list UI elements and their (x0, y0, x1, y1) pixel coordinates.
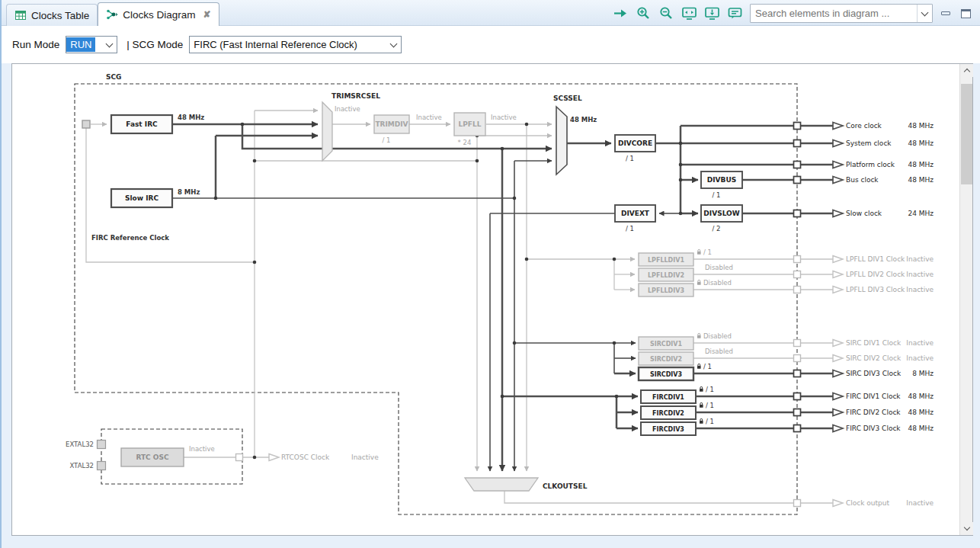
region-label-scg: SCG (106, 73, 121, 81)
chevron-down-icon (102, 37, 117, 53)
clock-output-label: FIRC DIV3 Clock (846, 425, 901, 432)
clock-output-label: SIRC DIV3 Clock (846, 370, 902, 377)
annotation: Inactive (335, 105, 360, 113)
maximize-view-icon[interactable] (959, 8, 972, 19)
show-labels-icon[interactable] (727, 6, 743, 21)
diagram-toolbar (613, 3, 972, 24)
block-label: SIRCDIV2 (650, 356, 682, 363)
mux-scssel[interactable]: SCSSEL (553, 95, 582, 175)
clock-output-lpfll-div2-clock[interactable]: LPFLL DIV2 ClockInactive (833, 271, 934, 278)
block-lpflldiv1[interactable]: LPFLLDIV1 (639, 253, 693, 266)
annotation: / 1 (703, 248, 712, 256)
clock-output-lpfll-div3-clock[interactable]: LPFLL DIV3 ClockInactive (833, 286, 934, 293)
block-fast-irc[interactable]: Fast IRC (111, 115, 172, 133)
clock-output-value: 48 MHz (908, 139, 934, 147)
annotation: / 1 (703, 363, 712, 370)
clock-output-label: SIRC DIV2 Clock (846, 354, 902, 362)
annotation: Disabled (703, 332, 732, 340)
clock-output-label: LPFLL DIV3 Clock (846, 286, 905, 293)
clock-output-sirc-div2-clock[interactable]: SIRC DIV2 ClockInactive (833, 354, 934, 362)
block-divcore[interactable]: DIVCORE/ 1 (615, 135, 655, 162)
clock-output-firc-div3-clock[interactable]: FIRC DIV3 Clock48 MHz (833, 425, 934, 432)
zoom-in-icon[interactable] (636, 6, 652, 21)
junction-dot (513, 197, 517, 200)
mux-clkoutsel[interactable]: CLKOUTSEL (465, 478, 588, 491)
clock-output-system-clock[interactable]: System clock48 MHz (833, 139, 934, 147)
block-label: FIRCDIV1 (652, 394, 684, 401)
table-icon (14, 9, 27, 21)
annotation: / 1 (706, 402, 714, 409)
clock-output-value: Inactive (906, 354, 934, 362)
zoom-out-icon[interactable] (658, 6, 674, 21)
block-divbus[interactable]: DIVBUS/ 1 (701, 171, 742, 199)
fit-to-window-icon[interactable] (681, 6, 697, 21)
junction-dot (253, 261, 257, 264)
scrollbar-thumb[interactable] (961, 84, 972, 184)
scg-mode-select[interactable]: FIRC (Fast Internal Reference Clock) (189, 36, 402, 53)
clock-output-bus-clock[interactable]: Bus clock48 MHz (833, 176, 934, 184)
block-divslow[interactable]: DIVSLOW/ 2 (701, 205, 742, 232)
annotation: Disabled (705, 348, 733, 355)
scroll-up-icon[interactable] (960, 64, 973, 77)
annotation: Inactive (416, 114, 442, 121)
block-rtc-osc[interactable]: RTC OSC (121, 448, 184, 466)
close-tab-icon[interactable]: ✘ (203, 9, 211, 20)
scroll-down-icon[interactable] (960, 522, 973, 535)
clock-output-sirc-div1-clock[interactable]: SIRC DIV1 ClockInactive (833, 339, 934, 347)
pin-xtal32[interactable]: XTAL32 (69, 462, 105, 470)
clock-output-firc-div1-clock[interactable]: FIRC DIV1 Clock48 MHz (833, 393, 934, 400)
annotation: FIRC Reference Clock (91, 234, 169, 242)
clocks-diagram-canvas[interactable]: SCGFast IRCSlow IRCTRIMDIV/ 1LPFLL* 24DI… (12, 64, 959, 535)
junction-dot (253, 159, 257, 163)
mux-trimsrcsel[interactable]: TRIMSRCSEL (322, 92, 380, 161)
block-sircdiv1[interactable]: SIRCDIV1 (639, 337, 693, 350)
chevron-down-icon (386, 37, 401, 53)
minimize-view-icon[interactable] (940, 8, 953, 19)
boundary-pad (794, 177, 801, 184)
block-label: DIVBUS (707, 176, 736, 184)
search-dropdown-icon[interactable] (917, 5, 932, 22)
block-fircdiv1[interactable]: FIRCDIV1 (641, 390, 696, 403)
block-label: DIVCORE (618, 139, 652, 147)
boundary-pad (794, 340, 801, 347)
clock-output-label: System clock (846, 139, 892, 147)
clock-output-value: 48 MHz (908, 409, 934, 416)
block-fircdiv3[interactable]: FIRCDIV3 (641, 422, 696, 435)
go-into-icon[interactable] (613, 6, 629, 21)
clock-output-slow-clock[interactable]: Slow clock24 MHz (833, 210, 934, 217)
clock-output-sirc-div3-clock[interactable]: SIRC DIV3 Clock8 MHz (833, 370, 934, 377)
clock-output-value: Inactive (906, 255, 934, 263)
tab-clocks-table[interactable]: Clocks Table (6, 4, 98, 26)
clock-output-platform-clock[interactable]: Platform clock48 MHz (833, 161, 934, 168)
clock-output-value: 24 MHz (908, 210, 934, 217)
clock-output-clock-output[interactable]: Clock outputInactive (833, 499, 934, 507)
clock-output-core-clock[interactable]: Core clock48 MHz (833, 122, 934, 130)
clock-output-lpfll-div1-clock[interactable]: LPFLL DIV1 ClockInactive (833, 255, 934, 263)
block-trimdiv[interactable]: TRIMDIV/ 1 (374, 115, 409, 144)
boundary-pad (794, 425, 801, 432)
center-diagram-icon[interactable] (704, 6, 720, 21)
boundary-pad (794, 162, 801, 168)
run-mode-label: Run Mode (12, 39, 59, 50)
junction-dot (679, 163, 683, 167)
block-lpflldiv2[interactable]: LPFLLDIV2 (639, 268, 693, 281)
vertical-scrollbar[interactable] (959, 64, 972, 535)
pin-extal32[interactable]: EXTAL32 (66, 441, 105, 449)
clock-output-rtcosc-clock[interactable]: RTCOSC ClockInactive (269, 453, 379, 461)
block-divext[interactable]: DIVEXT/ 1 (615, 205, 655, 232)
block-sircdiv2[interactable]: SIRCDIV2 (639, 352, 693, 365)
block-label: FIRCDIV2 (652, 410, 684, 417)
boundary-pad (794, 271, 801, 278)
block-slow-irc[interactable]: Slow IRC (111, 189, 172, 207)
block-lpflldiv3[interactable]: LPFLLDIV3 (639, 284, 693, 296)
tab-clocks-diagram[interactable]: Clocks Diagram ✘ (98, 2, 219, 26)
lock-icon (697, 333, 701, 338)
search-input[interactable] (751, 8, 917, 19)
block-fircdiv2[interactable]: FIRCDIV2 (641, 406, 696, 419)
run-mode-select[interactable]: RUN (66, 36, 117, 53)
annotation: Disabled (703, 279, 732, 287)
clock-output-firc-div2-clock[interactable]: FIRC DIV2 Clock48 MHz (833, 409, 934, 416)
block-lpfll[interactable]: LPFLL* 24 (454, 113, 485, 146)
block-sircdiv3[interactable]: SIRCDIV3 (639, 367, 693, 380)
tabs: Clocks Table Clocks Diagram ✘ (6, 2, 219, 26)
